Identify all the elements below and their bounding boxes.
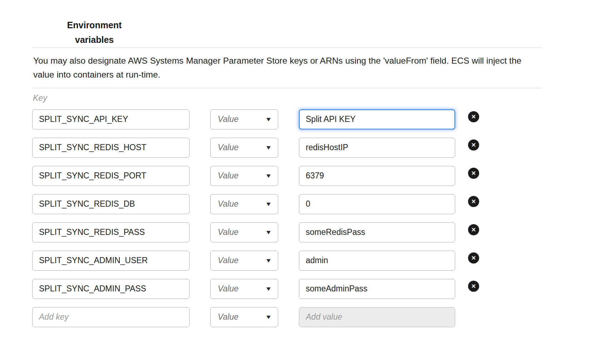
value-type-dropdown[interactable]: Value ▼ (210, 109, 278, 129)
section-title-line2: variables (64, 33, 124, 47)
value-type-dropdown[interactable]: Value ▼ (210, 279, 278, 299)
value-type-label: Value (218, 143, 238, 152)
value-type-dropdown[interactable]: Value ▼ (210, 222, 278, 242)
value-type-dropdown[interactable]: Value ▼ (210, 307, 278, 327)
key-column-header: Key (33, 93, 542, 103)
chevron-down-icon: ▼ (265, 145, 272, 151)
value-input[interactable] (299, 194, 455, 214)
remove-row-button[interactable]: ✕ (468, 224, 479, 235)
remove-x-icon: ✕ (471, 255, 476, 261)
env-var-row: Value ▼ ✕ (32, 222, 542, 242)
value-type-dropdown[interactable]: Value ▼ (210, 251, 278, 271)
remove-x-icon: ✕ (471, 227, 476, 233)
remove-button-spacer (468, 311, 479, 323)
remove-x-icon: ✕ (471, 142, 476, 148)
key-input[interactable] (32, 222, 190, 242)
chevron-down-icon: ▼ (265, 173, 272, 179)
divider (32, 88, 542, 88)
chevron-down-icon: ▼ (265, 314, 272, 320)
env-var-row: Value ▼ ✕ (32, 138, 542, 158)
chevron-down-icon: ▼ (265, 258, 272, 264)
value-input[interactable] (299, 251, 455, 271)
value-type-label: Value (218, 114, 238, 124)
env-var-row: Value ▼ ✕ (32, 279, 542, 299)
key-input[interactable] (32, 251, 190, 271)
value-type-label: Value (218, 227, 238, 237)
value-type-label: Value (218, 171, 238, 181)
remove-x-icon: ✕ (471, 199, 476, 205)
value-input[interactable] (299, 279, 455, 299)
key-input[interactable] (32, 194, 190, 214)
value-input[interactable] (299, 109, 455, 129)
value-type-label: Value (218, 284, 238, 294)
env-var-row: Value ▼ ✕ (32, 109, 542, 129)
remove-row-button[interactable]: ✕ (468, 168, 479, 179)
add-value-input[interactable] (299, 307, 455, 327)
key-input[interactable] (32, 279, 190, 299)
value-type-dropdown[interactable]: Value ▼ (210, 166, 278, 186)
value-type-dropdown[interactable]: Value ▼ (210, 138, 278, 158)
remove-row-button[interactable]: ✕ (468, 281, 479, 292)
remove-row-button[interactable]: ✕ (468, 139, 479, 151)
env-var-row: Value ▼ ✕ (32, 194, 542, 214)
chevron-down-icon: ▼ (265, 286, 272, 292)
remove-x-icon: ✕ (471, 284, 476, 289)
value-type-label: Value (218, 199, 238, 209)
divider (32, 48, 542, 48)
value-type-label: Value (218, 312, 238, 322)
section-title-line1: Environment (64, 18, 124, 33)
add-env-var-row: Value ▼ (32, 307, 542, 327)
value-input[interactable] (299, 166, 455, 186)
remove-x-icon: ✕ (471, 114, 476, 120)
remove-row-button[interactable]: ✕ (468, 252, 479, 264)
add-key-input[interactable] (32, 307, 190, 327)
value-input[interactable] (299, 222, 455, 242)
env-var-row: Value ▼ ✕ (32, 251, 542, 271)
key-input[interactable] (32, 138, 190, 158)
section-title: Environment variables (64, 18, 124, 48)
key-input[interactable] (32, 166, 190, 186)
section-description: You may also designate AWS Systems Manag… (33, 54, 543, 82)
remove-x-icon: ✕ (471, 171, 476, 176)
environment-variables-section: Environment variables You may also desig… (0, 0, 542, 327)
chevron-down-icon: ▼ (265, 230, 272, 235)
key-input[interactable] (32, 109, 190, 129)
chevron-down-icon: ▼ (265, 201, 272, 207)
remove-row-button[interactable]: ✕ (468, 111, 479, 122)
value-type-label: Value (218, 256, 238, 265)
remove-row-button[interactable]: ✕ (468, 196, 479, 207)
value-input[interactable] (299, 138, 455, 158)
value-type-dropdown[interactable]: Value ▼ (210, 194, 278, 214)
env-var-row: Value ▼ ✕ (32, 166, 542, 186)
chevron-down-icon: ▼ (265, 117, 272, 122)
